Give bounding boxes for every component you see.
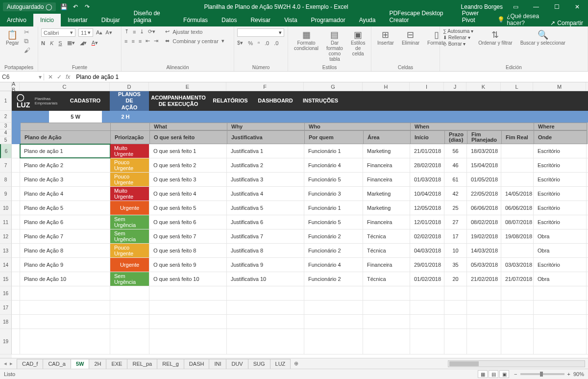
cell-area[interactable]: Financeira bbox=[363, 158, 410, 172]
close-icon[interactable]: ✕ bbox=[569, 2, 585, 12]
cell-why[interactable]: Justificativa 5 bbox=[227, 201, 304, 215]
cell-fimr[interactable] bbox=[501, 158, 534, 172]
sheet-tab-sug[interactable]: SUG bbox=[248, 359, 270, 369]
cell-inicio[interactable]: 12/05/2018 bbox=[410, 201, 444, 215]
cell-what[interactable]: O que será feito 9 bbox=[149, 258, 227, 272]
col-header-G[interactable]: G bbox=[304, 82, 363, 91]
fill-button[interactable]: ⬇ Rellenar ▾ bbox=[443, 35, 473, 40]
cell-plano[interactable]: Plano de Ação 10 bbox=[20, 272, 110, 286]
menu-programador[interactable]: Programador bbox=[304, 14, 352, 26]
border-icon[interactable]: ▦▾ bbox=[67, 40, 75, 46]
row-header[interactable]: 15 bbox=[0, 272, 12, 286]
cell-fimr[interactable]: 19/08/2018 bbox=[501, 229, 534, 243]
sheet-tab-exe[interactable]: EXE bbox=[106, 359, 127, 369]
cell-inicio[interactable]: 29/01/2018 bbox=[410, 258, 444, 272]
cell-what[interactable]: O que será feito 8 bbox=[149, 244, 227, 257]
clear-button[interactable]: ◇ Borrar ▾ bbox=[443, 41, 473, 47]
cell-plano[interactable]: Plano de Ação 7 bbox=[20, 229, 110, 243]
cell-fimr[interactable]: 03/03/2018 bbox=[501, 258, 534, 272]
cell-fimp[interactable]: 06/06/2018 bbox=[467, 201, 501, 215]
cell-what[interactable]: O que será feito 3 bbox=[149, 173, 227, 186]
share-button[interactable]: ↗ Compartir bbox=[545, 20, 588, 26]
view-layout-icon[interactable]: ▤ bbox=[489, 370, 498, 378]
save-icon[interactable]: 💾 bbox=[60, 3, 68, 10]
cell-fimr[interactable]: 14/05/2018 bbox=[501, 187, 534, 201]
cell-why[interactable]: Justificativa 2 bbox=[227, 158, 304, 172]
wrap-text-button[interactable]: ↩ Ajustar texto bbox=[165, 28, 224, 35]
grid[interactable]: ◯ LUZPlanilhas EmpresariaisCADASTROPLANO… bbox=[12, 91, 588, 358]
cell-why[interactable]: Justificativa 3 bbox=[227, 173, 304, 186]
align-middle-icon[interactable]: ≡ bbox=[133, 29, 136, 35]
maximize-icon[interactable]: ☐ bbox=[549, 2, 564, 12]
autosave-toggle[interactable]: Autoguardado ◯ bbox=[3, 2, 56, 11]
cell-area[interactable]: Técnica bbox=[363, 244, 410, 257]
indent-decrease-icon[interactable]: ⇤ bbox=[146, 38, 150, 44]
cell-what[interactable]: O que será feito 5 bbox=[149, 201, 227, 215]
copy-icon[interactable]: ⧉ bbox=[24, 37, 30, 45]
sort-filter-button[interactable]: ⇅Ordenar y filtrar bbox=[475, 28, 515, 47]
menu-datos[interactable]: Datos bbox=[215, 14, 244, 26]
sheet-tab-cad_f[interactable]: CAD_f bbox=[17, 359, 43, 369]
align-bottom-icon[interactable]: ⤓ bbox=[140, 28, 144, 35]
cell-onde[interactable]: Escritório bbox=[534, 201, 587, 215]
ribbon-options-icon[interactable]: ▭ bbox=[508, 2, 523, 12]
row-header[interactable]: 18 bbox=[0, 315, 12, 329]
increase-font-icon[interactable]: A▴ bbox=[96, 29, 102, 36]
menu-revisar[interactable]: Revisar bbox=[244, 14, 277, 26]
cell-fimr[interactable] bbox=[501, 173, 534, 186]
menu-inicio[interactable]: Inicio bbox=[33, 14, 61, 26]
cell-why[interactable]: Justificativa 7 bbox=[227, 229, 304, 243]
sheet-tab-duv[interactable]: DUV bbox=[226, 359, 248, 369]
cell-fimp[interactable]: 05/03/2018 bbox=[467, 258, 501, 272]
cell-onde[interactable]: Escritório bbox=[534, 144, 587, 158]
table-row[interactable]: Plano de Ação 7Sem UrgênciaO que será fe… bbox=[12, 229, 588, 244]
cell-onde[interactable]: Escritório bbox=[534, 187, 587, 201]
formula-input[interactable] bbox=[74, 74, 588, 80]
cell-priority[interactable]: Sem Urgência bbox=[110, 229, 149, 243]
cell-who[interactable]: Funcionário 2 bbox=[304, 229, 363, 243]
nav-acompanhamento-de-execução[interactable]: ACOMPANHAMENTO DE EXECUÇÃO bbox=[149, 91, 208, 111]
cell-fimp[interactable]: 22/05/2018 bbox=[467, 187, 501, 201]
cell-prazo[interactable]: 20 bbox=[444, 272, 467, 286]
row-header[interactable]: 14 bbox=[0, 258, 12, 272]
cell-inicio[interactable]: 01/02/2018 bbox=[410, 272, 444, 286]
sheet-tab-rel_pa[interactable]: REL_pa bbox=[127, 359, 157, 369]
menu-vista[interactable]: Vista bbox=[277, 14, 304, 26]
cell-who[interactable]: Funcionário 5 bbox=[304, 215, 363, 229]
percent-icon[interactable]: % bbox=[248, 40, 253, 46]
cell-prazo[interactable]: 61 bbox=[444, 173, 467, 186]
sheet-tab-cad_a[interactable]: CAD_a bbox=[43, 359, 71, 369]
column-headers[interactable]: A BCDEFGHIJKLM bbox=[0, 82, 588, 91]
zoom-in-icon[interactable]: + bbox=[567, 371, 570, 377]
sheet-nav-next-icon[interactable]: ▸ bbox=[10, 360, 13, 367]
name-box[interactable]: C6▾ bbox=[0, 74, 44, 80]
decrease-decimal-icon[interactable]: .0 bbox=[274, 40, 278, 46]
sheet-tab-2h[interactable]: 2H bbox=[89, 359, 106, 369]
format-painter-icon[interactable]: 🖌 bbox=[24, 47, 30, 54]
cell-what[interactable]: O que será feito 2 bbox=[149, 158, 227, 172]
cell-fimp[interactable]: 15/04/2018 bbox=[467, 158, 501, 172]
nav-instruções[interactable]: INSTRUÇÕES bbox=[298, 91, 343, 111]
cell-inicio[interactable]: 28/02/2018 bbox=[410, 158, 444, 172]
menu-ayuda[interactable]: Ayuda bbox=[352, 14, 383, 26]
row-header[interactable]: 1 bbox=[0, 91, 12, 111]
increase-decimal-icon[interactable]: .0 bbox=[265, 40, 269, 46]
cell-area[interactable]: Marketing bbox=[363, 187, 410, 201]
cell-fimp[interactable]: 08/02/2018 bbox=[467, 215, 501, 229]
cell-who[interactable]: Funcionário 5 bbox=[304, 173, 363, 186]
indent-increase-icon[interactable]: ⇥ bbox=[154, 38, 158, 44]
cell-plano[interactable]: Plano de ação 1 bbox=[20, 144, 110, 158]
empty-row[interactable] bbox=[12, 315, 588, 329]
cell-onde[interactable]: Escritório bbox=[534, 215, 587, 229]
decrease-font-icon[interactable]: A▾ bbox=[105, 29, 112, 36]
cell-priority[interactable]: Urgente bbox=[110, 201, 149, 215]
minimize-icon[interactable]: — bbox=[528, 2, 544, 12]
cell-priority[interactable]: Pouco Urgente bbox=[110, 173, 149, 186]
cell-why[interactable]: Justificativa 6 bbox=[227, 215, 304, 229]
cell-why[interactable]: Justificativa 10 bbox=[227, 272, 304, 286]
row-header[interactable]: 7 bbox=[0, 158, 12, 173]
merge-center-button[interactable]: ⬌ Combinar y centrar ▾ bbox=[165, 38, 224, 44]
view-normal-icon[interactable]: ▦ bbox=[478, 370, 488, 378]
zoom-control[interactable]: − + 90% bbox=[514, 371, 584, 377]
underline-button[interactable]: S bbox=[58, 40, 62, 46]
